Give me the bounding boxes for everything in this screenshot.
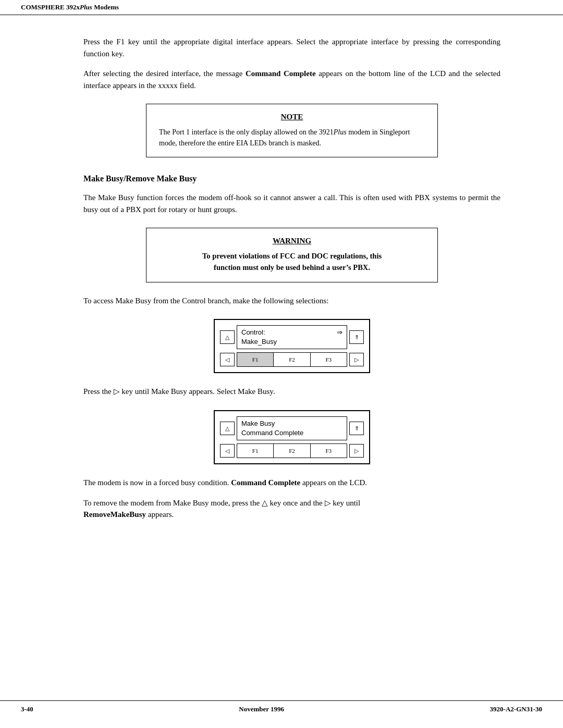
lcd1-f3-btn[interactable]: F3 [311,353,347,366]
lcd1-back-icon: ◁ [225,356,229,363]
lcd1-display: Control: ⇒ Make_Busy [237,325,347,349]
para7-symbol1: △ [262,499,268,507]
lcd1-forward-btn[interactable]: ▷ [349,353,364,366]
para6-bold: Command Complete [231,478,300,487]
paragraph-4: To access Make Busy from the Control bra… [83,295,500,307]
lcd1-back-btn[interactable]: ◁ [220,353,235,366]
footer-date: November 1996 [239,705,284,713]
lcd1-forward-icon: ▷ [354,356,359,363]
warning-title: WARNING [159,237,425,245]
paragraph-2: After selecting the desired interface, t… [83,68,500,91]
lcd2-forward-icon: ▷ [354,448,359,454]
note-text: The Port 1 interface is the only display… [159,127,425,149]
page-header: COMSPHERE 392xPlus Modems [0,0,563,15]
para5-arrow-icon: ▷ [114,387,120,396]
lcd1-up-icon: △ [225,334,229,341]
lcd-panel-1-container: △ Control: ⇒ Make_Busy ⇑ ◁ [83,319,500,373]
page-content: Press the F1 key until the appropriate d… [0,15,563,560]
lcd1-display-line2: Make_Busy [241,337,342,347]
para7-suffix: key until [331,499,361,507]
lcd1-top-row: △ Control: ⇒ Make_Busy ⇑ [220,325,364,349]
footer-page-num: 3-40 [21,705,33,713]
lcd2-f2-btn[interactable]: F2 [274,444,310,458]
lcd1-shift-icon: ⇑ [354,334,359,341]
para7-bold: RemoveMakeBusy [83,510,146,519]
lcd-panel-2-container: △ Make Busy Command Complete ⇑ ◁ F1 [83,410,500,464]
header-title-suffix: Modems [92,3,119,11]
lcd2-top-row: △ Make Busy Command Complete ⇑ [220,416,364,440]
lcd2-up-btn[interactable]: △ [220,422,235,435]
paragraph-1: Press the F1 key until the appropriate d… [83,36,500,59]
para7-middle: key once and the [268,499,325,507]
paragraph-3: The Make Busy function forces the modem … [83,192,500,215]
note-title: NOTE [159,113,425,121]
lcd2-forward-btn[interactable]: ▷ [349,444,364,458]
lcd2-f1-btn[interactable]: F1 [237,444,274,458]
lcd1-f2-btn[interactable]: F2 [274,353,310,366]
lcd1-fn-group: F1 F2 F3 [237,352,347,367]
lcd2-shift-btn[interactable]: ⇑ [349,422,364,435]
lcd1-shift-btn[interactable]: ⇑ [349,330,364,344]
para7-prefix: To remove the modem from Make Busy mode,… [83,499,262,507]
lcd2-up-icon: △ [225,425,229,432]
header-title: COMSPHERE 392xPlus Modems [21,3,119,11]
para6-suffix: appears on the LCD. [300,478,367,487]
lcd1-display-line1: Control: ⇒ [241,328,342,337]
lcd2-f3-btn[interactable]: F3 [311,444,347,458]
lcd1-up-btn[interactable]: △ [220,330,235,344]
para5-suffix: key until Make Busy appears. Select Make… [120,387,275,396]
header-title-italic: Plus [80,3,92,11]
lcd2-fn-group: F1 F2 F3 [237,443,347,458]
lcd1-f1-btn[interactable]: F1 [237,353,274,366]
paragraph-6: The modem is now in a forced busy condit… [83,477,500,489]
lcd2-bottom-row: ◁ F1 F2 F3 ▷ [220,443,364,458]
para2-bold: Command Complete [246,69,316,78]
section-heading: Make Busy/Remove Make Busy [83,174,500,183]
para7-end: appears. [146,510,174,519]
paragraph-5: Press the ▷ key until Make Busy appears.… [83,386,500,398]
para7-symbol2: ▷ [325,499,331,507]
header-title-text: COMSPHERE 392x [21,3,80,11]
lcd-panel-2: △ Make Busy Command Complete ⇑ ◁ F1 [214,410,370,464]
warning-text: To prevent violations of FCC and DOC reg… [159,251,425,274]
lcd2-display-line2: Command Complete [241,428,342,438]
lcd2-shift-icon: ⇑ [354,425,359,432]
page-footer: 3-40 November 1996 3920-A2-GN31-30 [0,700,563,718]
para6-prefix: The modem is now in a forced busy condit… [83,478,231,487]
para2-prefix: After selecting the desired interface, t… [83,69,246,78]
lcd2-back-btn[interactable]: ◁ [220,444,235,458]
lcd2-display: Make Busy Command Complete [237,416,347,440]
para5-prefix: Press the [83,387,114,396]
lcd-panel-1: △ Control: ⇒ Make_Busy ⇑ ◁ [214,319,370,373]
note-box: NOTE The Port 1 interface is the only di… [146,104,438,157]
footer-doc-num: 3920-A2-GN31-30 [490,705,542,713]
warning-box: WARNING To prevent violations of FCC and… [146,228,438,282]
paragraph-7: To remove the modem from Make Busy mode,… [83,497,500,521]
lcd2-display-line1: Make Busy [241,419,342,428]
lcd1-bottom-row: ◁ F1 F2 F3 ▷ [220,352,364,367]
lcd2-back-icon: ◁ [225,448,229,454]
